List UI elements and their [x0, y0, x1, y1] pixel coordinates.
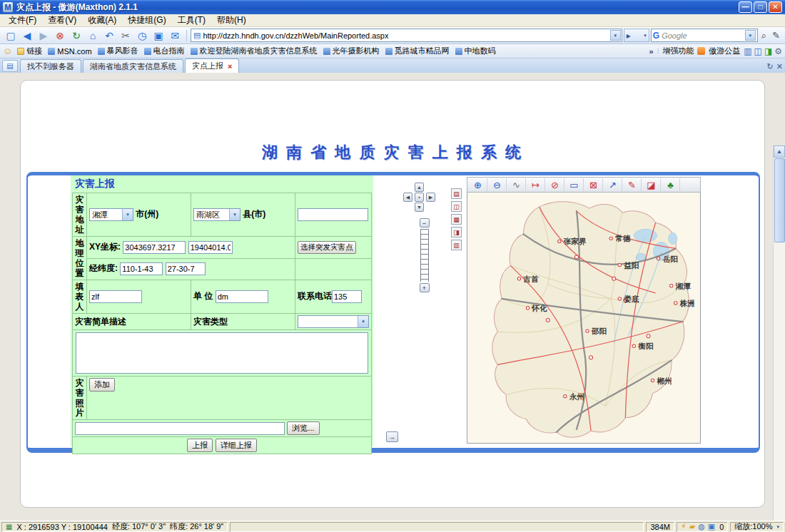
menu-item[interactable]: 工具(T) — [172, 14, 211, 27]
url-dropdown-button[interactable]: ▾ — [610, 30, 621, 41]
unit-input[interactable] — [216, 290, 268, 303]
history-button[interactable]: ◷ — [134, 29, 150, 43]
map-side-button-2[interactable]: ◫ — [451, 201, 462, 212]
zoom-out-button[interactable]: ⊖ — [488, 178, 507, 191]
split-screen-icon[interactable]: ◫ — [754, 47, 762, 56]
zoom-in-step-button[interactable]: + — [420, 283, 430, 292]
stop-button[interactable]: ⊗ — [52, 29, 68, 43]
map-side-button-1[interactable]: ▤ — [451, 188, 462, 199]
clear-select-button[interactable]: ⊠ — [584, 178, 603, 191]
close-button[interactable]: ✕ — [769, 1, 782, 13]
bookmark-item[interactable]: MSN.com — [46, 46, 93, 56]
rss-icon[interactable]: ◨ — [764, 47, 772, 56]
eraser-button[interactable]: ◪ — [642, 178, 661, 191]
globe-icon[interactable]: ◍ — [698, 523, 705, 531]
menu-item[interactable]: 文件(F) — [3, 14, 42, 27]
hunan-map[interactable]: 张家界常德岳阳益阳吉首怀化娄底湘潭株洲邵阳衡阳永州郴州 — [467, 193, 700, 442]
reopen-tab-button[interactable]: ↻ — [767, 62, 774, 71]
search-box[interactable]: G Google ▾ — [651, 29, 758, 42]
bookmark-item[interactable]: 觅路城市精品网 — [383, 45, 452, 57]
pan-up-button[interactable]: ▲ — [415, 183, 424, 192]
favorites-smiley-icon[interactable]: ☺ — [3, 46, 12, 56]
scroll-up-button[interactable]: ▲ — [774, 145, 785, 158]
minimize-button[interactable]: — — [739, 1, 752, 13]
bookmarks-overflow-chevron[interactable]: » — [649, 47, 654, 56]
disaster-description-textarea[interactable] — [76, 332, 368, 374]
map-side-button-5[interactable]: ▥ — [451, 240, 462, 250]
scroll-thumb[interactable] — [774, 158, 785, 242]
boost-icon[interactable]: ⚡ — [681, 523, 687, 531]
url-input[interactable]: http://dzzh.hndh.gov.cn/dzzhWeb/MainRepo… — [203, 31, 607, 40]
map-canvas[interactable]: 张家界常德岳阳益阳吉首怀化娄底湘潭株洲邵阳衡阳永州郴州 — [467, 193, 701, 444]
enhance-menu[interactable]: 增强功能 — [662, 46, 694, 56]
favorites-panel-button[interactable]: ▤ — [2, 60, 18, 72]
highlight-pen-icon[interactable]: ✎ — [770, 30, 782, 41]
address-bar[interactable]: ▤ http://dzzh.hndh.gov.cn/dzzhWeb/MainRe… — [191, 29, 622, 42]
longitude-input[interactable] — [120, 262, 163, 275]
gear-icon[interactable]: ⚙ — [774, 47, 782, 56]
pick-disaster-point-button[interactable]: 选择突发灾害点 — [298, 241, 356, 254]
sidebar-icon[interactable]: ▥ — [744, 47, 751, 56]
disaster-type-select[interactable]: ▾ — [298, 315, 369, 328]
address-detail-input[interactable] — [298, 208, 368, 221]
browse-button[interactable]: 浏览... — [287, 421, 319, 435]
go-button[interactable]: ▸ ▾ — [624, 29, 649, 42]
add-photo-button[interactable]: 添加 — [89, 378, 115, 392]
tab-1[interactable]: 找不到服务器 — [20, 59, 81, 73]
menu-item[interactable]: 快捷组(G) — [122, 14, 171, 27]
search-engine-dropdown[interactable]: ▾ — [745, 30, 756, 41]
vertical-scrollbar[interactable]: ▲ ▼ — [773, 145, 785, 532]
undo-button[interactable]: ↶ — [101, 29, 117, 43]
snap-button[interactable]: ✂ — [118, 29, 133, 43]
bookmark-item[interactable]: 光年摄影机构 — [321, 45, 382, 57]
back-button[interactable]: ◀ — [19, 29, 35, 43]
maximize-button[interactable]: □ — [754, 1, 767, 13]
folder-icon[interactable]: ▰ — [689, 523, 695, 531]
bookmark-item[interactable]: 中地数码 — [453, 45, 498, 57]
mark-button[interactable]: ✎ — [623, 178, 642, 191]
close-tab-button[interactable]: ✕ — [776, 62, 783, 71]
menu-item[interactable]: 帮助(H) — [211, 14, 252, 27]
photo-file-input[interactable] — [75, 422, 285, 435]
identify-button[interactable]: ↗ — [604, 178, 622, 191]
x-coordinate-input[interactable] — [123, 241, 186, 254]
capture-button[interactable]: ▣ — [151, 29, 166, 43]
full-extent-button[interactable]: ⊘ — [546, 178, 564, 191]
latitude-input[interactable] — [166, 262, 206, 275]
collapse-form-button[interactable]: → — [386, 431, 398, 442]
charity-link[interactable]: 傲游公益 — [709, 46, 740, 56]
mail-button[interactable]: ✉ — [167, 29, 183, 43]
select-rect-button[interactable]: ▭ — [565, 178, 584, 191]
bookmark-item[interactable]: 电台指南 — [142, 45, 187, 57]
reporter-name-input[interactable] — [89, 290, 142, 303]
forward-button[interactable]: ▶ — [36, 29, 51, 43]
monitor-icon[interactable]: ▣ — [708, 523, 715, 531]
measure-distance-button[interactable]: ↦ — [527, 178, 545, 191]
layers-button[interactable]: ♣ — [662, 178, 680, 191]
pan-button[interactable]: ∿ — [507, 178, 526, 191]
tab-2[interactable]: 湖南省地质灾害信息系统 — [83, 59, 183, 73]
pan-left-button[interactable]: ◀ — [403, 193, 412, 202]
tab-3[interactable]: 灾点上报× — [185, 58, 239, 73]
county-select[interactable]: 雨湖区 ▾ — [193, 208, 240, 221]
phone-input[interactable] — [332, 290, 362, 303]
map-side-button-4[interactable]: ◨ — [451, 227, 462, 237]
city-select[interactable]: 湘潭 ▾ — [89, 208, 133, 221]
search-input[interactable]: Google — [662, 31, 743, 40]
refresh-button[interactable]: ↻ — [69, 29, 84, 43]
zoom-slider[interactable] — [420, 229, 429, 282]
search-magnifier-icon[interactable]: ⌕ — [759, 30, 769, 41]
pan-center-button[interactable]: ▪ — [415, 193, 424, 202]
bookmark-item[interactable]: 链接 — [15, 45, 44, 57]
detail-submit-button[interactable]: 详细上报 — [216, 439, 257, 452]
pan-right-button[interactable]: ▶ — [426, 193, 435, 202]
home-button[interactable]: ⌂ — [85, 29, 101, 43]
y-coordinate-input[interactable] — [188, 241, 233, 254]
map-side-button-3[interactable]: ▦ — [451, 214, 462, 225]
menu-item[interactable]: 查看(V) — [42, 14, 82, 27]
bookmark-item[interactable]: 欢迎登陆湖南省地质灾害信息系统 — [188, 45, 320, 57]
submit-button[interactable]: 上报 — [187, 439, 213, 452]
zoom-out-step-button[interactable]: − — [420, 218, 430, 227]
new-page-button[interactable]: ▢ — [3, 29, 19, 43]
menu-item[interactable]: 收藏(A) — [82, 14, 122, 27]
